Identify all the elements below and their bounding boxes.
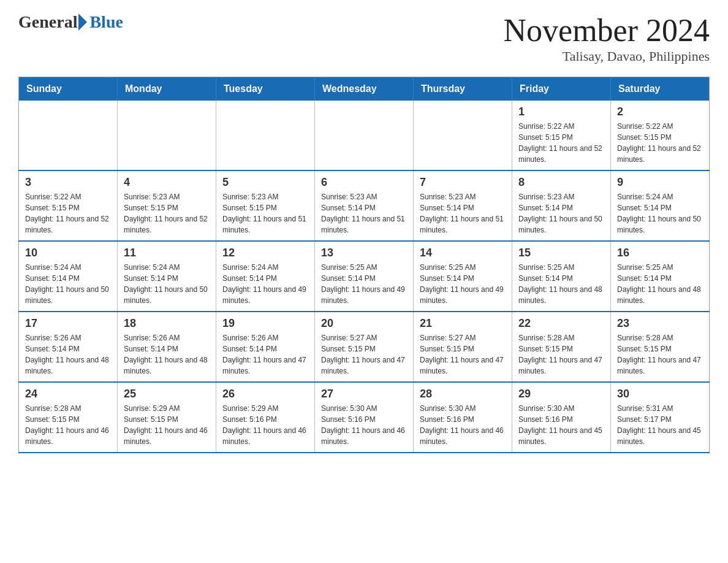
day-number: 3 <box>25 176 111 189</box>
day-info: Sunrise: 5:25 AMSunset: 5:14 PMDaylight:… <box>321 262 407 306</box>
calendar-table: SundayMondayTuesdayWednesdayThursdayFrid… <box>18 77 710 453</box>
calendar-cell: 13Sunrise: 5:25 AMSunset: 5:14 PMDayligh… <box>315 241 414 312</box>
day-info: Sunrise: 5:28 AMSunset: 5:15 PMDaylight:… <box>25 403 111 447</box>
day-info: Sunrise: 5:28 AMSunset: 5:15 PMDaylight:… <box>617 332 703 377</box>
day-info: Sunrise: 5:24 AMSunset: 5:14 PMDaylight:… <box>222 262 308 306</box>
day-number: 13 <box>321 247 407 259</box>
day-number: 6 <box>321 176 407 189</box>
day-number: 22 <box>518 317 604 330</box>
header-day-monday: Monday <box>118 77 216 101</box>
calendar-cell: 2Sunrise: 5:22 AMSunset: 5:15 PMDaylight… <box>611 101 710 170</box>
location-title: Talisay, Davao, Philippines <box>504 48 710 64</box>
calendar-cell: 6Sunrise: 5:23 AMSunset: 5:14 PMDaylight… <box>315 170 414 241</box>
calendar-cell: 18Sunrise: 5:26 AMSunset: 5:14 PMDayligh… <box>118 312 216 382</box>
day-info: Sunrise: 5:30 AMSunset: 5:16 PMDaylight:… <box>420 403 506 447</box>
calendar-cell: 8Sunrise: 5:23 AMSunset: 5:14 PMDaylight… <box>512 170 611 241</box>
calendar-cell: 29Sunrise: 5:30 AMSunset: 5:16 PMDayligh… <box>512 382 611 453</box>
calendar-cell: 30Sunrise: 5:31 AMSunset: 5:17 PMDayligh… <box>611 382 710 453</box>
day-number: 21 <box>420 317 506 330</box>
day-info: Sunrise: 5:26 AMSunset: 5:14 PMDaylight:… <box>25 332 111 377</box>
day-info: Sunrise: 5:26 AMSunset: 5:14 PMDaylight:… <box>222 332 308 377</box>
day-number: 30 <box>617 388 703 400</box>
calendar-cell: 24Sunrise: 5:28 AMSunset: 5:15 PMDayligh… <box>19 382 118 453</box>
day-info: Sunrise: 5:29 AMSunset: 5:16 PMDaylight:… <box>222 403 308 447</box>
day-number: 19 <box>222 317 308 330</box>
day-info: Sunrise: 5:28 AMSunset: 5:15 PMDaylight:… <box>518 332 604 377</box>
calendar-cell: 7Sunrise: 5:23 AMSunset: 5:14 PMDaylight… <box>414 170 512 241</box>
calendar-header: SundayMondayTuesdayWednesdayThursdayFrid… <box>19 77 710 101</box>
day-number: 2 <box>617 105 703 118</box>
day-info: Sunrise: 5:24 AMSunset: 5:14 PMDaylight:… <box>617 191 703 236</box>
header-row: SundayMondayTuesdayWednesdayThursdayFrid… <box>19 77 710 101</box>
day-info: Sunrise: 5:22 AMSunset: 5:15 PMDaylight:… <box>617 121 703 165</box>
calendar-cell <box>118 101 216 170</box>
calendar-cell: 20Sunrise: 5:27 AMSunset: 5:15 PMDayligh… <box>315 312 414 382</box>
day-number: 9 <box>617 176 703 189</box>
day-number: 8 <box>518 176 604 189</box>
day-info: Sunrise: 5:25 AMSunset: 5:14 PMDaylight:… <box>518 262 604 306</box>
calendar-cell: 10Sunrise: 5:24 AMSunset: 5:14 PMDayligh… <box>19 241 118 312</box>
calendar-cell: 3Sunrise: 5:22 AMSunset: 5:15 PMDaylight… <box>19 170 118 241</box>
day-number: 14 <box>420 247 506 259</box>
header-day-friday: Friday <box>512 77 611 101</box>
day-number: 18 <box>124 317 210 330</box>
day-number: 24 <box>25 388 111 400</box>
day-number: 4 <box>124 176 210 189</box>
day-number: 1 <box>518 105 604 118</box>
logo-triangle-icon <box>78 13 87 31</box>
day-info: Sunrise: 5:25 AMSunset: 5:14 PMDaylight:… <box>420 262 506 306</box>
day-number: 20 <box>321 317 407 330</box>
calendar-cell: 4Sunrise: 5:23 AMSunset: 5:15 PMDaylight… <box>118 170 216 241</box>
day-number: 29 <box>518 388 604 400</box>
day-info: Sunrise: 5:25 AMSunset: 5:14 PMDaylight:… <box>617 262 703 306</box>
header-day-thursday: Thursday <box>414 77 512 101</box>
calendar-cell <box>19 101 118 170</box>
day-info: Sunrise: 5:26 AMSunset: 5:14 PMDaylight:… <box>124 332 210 377</box>
calendar-cell: 23Sunrise: 5:28 AMSunset: 5:15 PMDayligh… <box>611 312 710 382</box>
day-info: Sunrise: 5:31 AMSunset: 5:17 PMDaylight:… <box>617 403 703 447</box>
day-number: 17 <box>25 317 111 330</box>
header: General Blue November 2024 Talisay, Dava… <box>18 12 710 64</box>
week-row-1: 1Sunrise: 5:22 AMSunset: 5:15 PMDaylight… <box>19 101 710 170</box>
day-info: Sunrise: 5:23 AMSunset: 5:15 PMDaylight:… <box>222 191 308 236</box>
day-number: 28 <box>420 388 506 400</box>
calendar-cell: 14Sunrise: 5:25 AMSunset: 5:14 PMDayligh… <box>414 241 512 312</box>
week-row-4: 17Sunrise: 5:26 AMSunset: 5:14 PMDayligh… <box>19 312 710 382</box>
day-number: 26 <box>222 388 308 400</box>
day-number: 23 <box>617 317 703 330</box>
logo: General Blue <box>18 12 123 32</box>
header-day-saturday: Saturday <box>611 77 710 101</box>
week-row-2: 3Sunrise: 5:22 AMSunset: 5:15 PMDaylight… <box>19 170 710 241</box>
week-row-5: 24Sunrise: 5:28 AMSunset: 5:15 PMDayligh… <box>19 382 710 453</box>
calendar-cell: 5Sunrise: 5:23 AMSunset: 5:15 PMDaylight… <box>216 170 315 241</box>
week-row-3: 10Sunrise: 5:24 AMSunset: 5:14 PMDayligh… <box>19 241 710 312</box>
calendar-cell: 27Sunrise: 5:30 AMSunset: 5:16 PMDayligh… <box>315 382 414 453</box>
day-number: 5 <box>222 176 308 189</box>
calendar-cell <box>414 101 512 170</box>
day-number: 27 <box>321 388 407 400</box>
header-day-tuesday: Tuesday <box>216 77 315 101</box>
calendar-body: 1Sunrise: 5:22 AMSunset: 5:15 PMDaylight… <box>19 101 710 453</box>
calendar-cell <box>315 101 414 170</box>
calendar-cell: 22Sunrise: 5:28 AMSunset: 5:15 PMDayligh… <box>512 312 611 382</box>
day-info: Sunrise: 5:24 AMSunset: 5:14 PMDaylight:… <box>25 262 111 306</box>
day-info: Sunrise: 5:27 AMSunset: 5:15 PMDaylight:… <box>420 332 506 377</box>
calendar-cell: 21Sunrise: 5:27 AMSunset: 5:15 PMDayligh… <box>414 312 512 382</box>
day-info: Sunrise: 5:27 AMSunset: 5:15 PMDaylight:… <box>321 332 407 377</box>
day-info: Sunrise: 5:29 AMSunset: 5:15 PMDaylight:… <box>124 403 210 447</box>
header-day-sunday: Sunday <box>19 77 118 101</box>
day-number: 16 <box>617 247 703 259</box>
calendar-cell: 26Sunrise: 5:29 AMSunset: 5:16 PMDayligh… <box>216 382 315 453</box>
calendar-cell: 11Sunrise: 5:24 AMSunset: 5:14 PMDayligh… <box>118 241 216 312</box>
day-info: Sunrise: 5:22 AMSunset: 5:15 PMDaylight:… <box>25 191 111 236</box>
calendar-cell: 25Sunrise: 5:29 AMSunset: 5:15 PMDayligh… <box>118 382 216 453</box>
calendar-cell: 28Sunrise: 5:30 AMSunset: 5:16 PMDayligh… <box>414 382 512 453</box>
calendar-cell: 17Sunrise: 5:26 AMSunset: 5:14 PMDayligh… <box>19 312 118 382</box>
calendar-cell <box>216 101 315 170</box>
day-number: 11 <box>124 247 210 259</box>
header-day-wednesday: Wednesday <box>315 77 414 101</box>
day-number: 25 <box>124 388 210 400</box>
day-info: Sunrise: 5:22 AMSunset: 5:15 PMDaylight:… <box>518 121 604 165</box>
day-info: Sunrise: 5:23 AMSunset: 5:14 PMDaylight:… <box>420 191 506 236</box>
day-number: 15 <box>518 247 604 259</box>
